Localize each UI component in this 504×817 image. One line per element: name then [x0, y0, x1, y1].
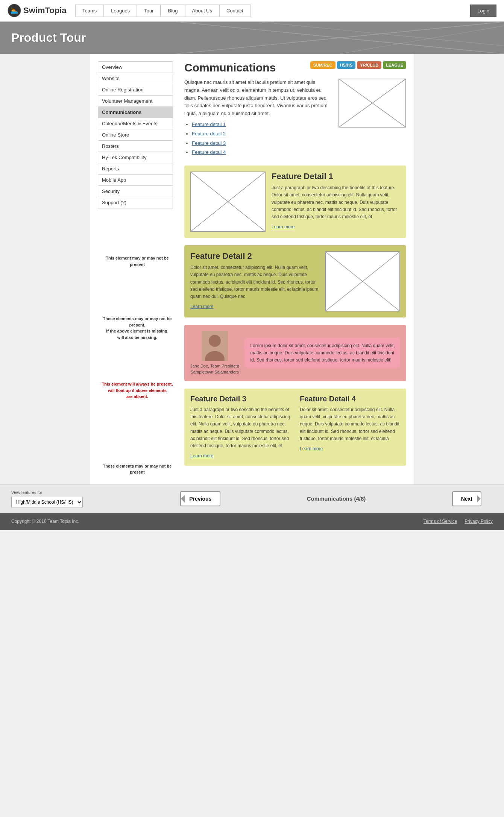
- page-indicator: Communications (4/8): [307, 495, 366, 502]
- sidebar-item-overview[interactable]: Overview: [98, 62, 173, 73]
- feature2-desc: Dolor sit amet, consectetur adipiscing e…: [190, 264, 319, 300]
- feature1-learn-more[interactable]: Learn more: [272, 224, 295, 229]
- sidebar-item-calendar[interactable]: Calendar/Meets & Events: [98, 118, 173, 129]
- svg-text:🏊: 🏊: [11, 7, 18, 14]
- nav-item-leagues[interactable]: Leagues: [104, 5, 137, 17]
- sidebar-note-1: This element may or may not be present: [98, 254, 177, 269]
- feature4-desc: Dolor sit amet, consectetur adipiscing e…: [300, 406, 400, 442]
- feature-two-col: Feature Detail 3 Just a paragraph or two…: [184, 389, 406, 466]
- nav-item-contact[interactable]: Contact: [219, 5, 250, 17]
- privacy-link[interactable]: Privacy Policy: [465, 519, 493, 524]
- sidebar-item-website[interactable]: Website: [98, 73, 173, 84]
- sidebar-item-communications[interactable]: Communications: [98, 107, 173, 118]
- feature-block-2: Feature Detail 2 Dolor sit amet, consect…: [184, 245, 406, 317]
- header: 🏊 SwimTopia Teams Leagues Tour Blog Abou…: [0, 0, 504, 22]
- feature1-text: Feature Detail 1 Just a paragraph or two…: [272, 172, 400, 231]
- badge-yrclub[interactable]: YR/CLUB: [357, 61, 381, 69]
- sidebar-note-3: This element will always be present,will…: [98, 380, 177, 401]
- feature2-learn-more[interactable]: Learn more: [190, 304, 213, 309]
- feature2-title: Feature Detail 2: [190, 251, 319, 261]
- sidebar-item-security[interactable]: Security: [98, 186, 173, 197]
- content-area: Communications SUM/REC HS/HS YR/CLUB LEA…: [184, 61, 406, 473]
- intro-placeholder-image: [339, 79, 406, 128]
- login-button[interactable]: Login: [470, 5, 496, 17]
- testimonial-avatar: [202, 331, 228, 361]
- view-features-label: View features for: [11, 490, 83, 495]
- nav-item-about[interactable]: About Us: [185, 5, 219, 17]
- sidebar-item-online-store[interactable]: Online Store: [98, 129, 173, 141]
- footer-nav-left: View features for High/Middle School (HS…: [11, 490, 83, 507]
- testimonial-name: Jane Doe, Team President Sampletown Sala…: [190, 363, 239, 375]
- intro-section: Quisque nec mauris sit amet elit iaculis…: [184, 79, 406, 158]
- feature3-desc: Just a paragraph or two describing the b…: [190, 406, 291, 450]
- testimonial-avatar-area: Jane Doe, Team President Sampletown Sala…: [190, 331, 239, 375]
- sidebar-note-2: These elements may or may not be present…: [98, 314, 177, 342]
- site-footer: Copyright © 2016 Team Topia Inc. Terms o…: [0, 513, 504, 530]
- page-title: Communications: [184, 61, 276, 74]
- feature4-learn-more[interactable]: Learn more: [300, 446, 323, 451]
- svg-point-16: [209, 335, 221, 347]
- feature1-desc: Just a paragraph or two describing the b…: [272, 184, 400, 220]
- sidebar-item-support[interactable]: Support (?): [98, 197, 173, 208]
- features-select[interactable]: High/Middle School (HS/HS) SUM/REC YR/CL…: [11, 497, 83, 507]
- testimonial-block: Jane Doe, Team President Sampletown Sala…: [184, 325, 406, 381]
- tag-badges: SUM/REC HS/HS YR/CLUB LEAGUE: [310, 61, 406, 69]
- nav-item-blog[interactable]: Blog: [161, 5, 185, 17]
- testimonial-quote: Lorem ipsum dolor sit amet, consectetur …: [245, 338, 400, 369]
- feature-link-3[interactable]: Feature detail 3: [192, 140, 226, 146]
- main-container: Overview Website Online Registration Vol…: [90, 54, 414, 484]
- feature-link-2[interactable]: Feature detail 2: [192, 131, 226, 137]
- feature-link-1[interactable]: Feature detail 1: [192, 121, 226, 127]
- badge-league[interactable]: LEAGUE: [383, 61, 406, 69]
- logo-area: 🏊 SwimTopia: [8, 4, 68, 17]
- badge-sumrec[interactable]: SUM/REC: [310, 61, 335, 69]
- logo-icon: 🏊: [8, 4, 21, 17]
- nav-bar: Teams Leagues Tour Blog About Us Contact…: [75, 5, 496, 17]
- previous-button[interactable]: Previous: [180, 491, 220, 506]
- feature1-title: Feature Detail 1: [272, 172, 400, 181]
- sidebar-wrapper: Overview Website Online Registration Vol…: [98, 61, 177, 477]
- nav-item-tour[interactable]: Tour: [137, 5, 161, 17]
- sidebar-note-4: These elements may or may not be present: [98, 462, 177, 477]
- badge-hshs[interactable]: HS/HS: [337, 61, 356, 69]
- nav-item-teams[interactable]: Teams: [75, 5, 104, 17]
- footer-nav: View features for High/Middle School (HS…: [0, 484, 504, 513]
- tour-banner-title: Product Tour: [11, 31, 493, 45]
- sidebar-item-volunteer-management[interactable]: Volunteer Management: [98, 96, 173, 107]
- feature3-learn-more[interactable]: Learn more: [190, 453, 213, 459]
- sidebar-item-hytek[interactable]: Hy-Tek Compatibility: [98, 152, 173, 163]
- page-title-row: Communications SUM/REC HS/HS YR/CLUB LEA…: [184, 61, 406, 74]
- sidebar-item-rosters[interactable]: Rosters: [98, 141, 173, 152]
- select-wrap: High/Middle School (HS/HS) SUM/REC YR/CL…: [11, 497, 83, 507]
- feature4-col: Feature Detail 4 Dolor sit amet, consect…: [300, 395, 400, 460]
- intro-text-block: Quisque nec mauris sit amet elit iaculis…: [184, 79, 332, 158]
- feature2-text: Feature Detail 2 Dolor sit amet, consect…: [190, 251, 319, 310]
- feature2-placeholder-image: [325, 251, 400, 311]
- feature-link-4[interactable]: Feature detail 4: [192, 149, 226, 155]
- feature3-title: Feature Detail 3: [190, 395, 291, 403]
- sidebar-item-mobile-app[interactable]: Mobile App: [98, 175, 173, 186]
- copyright: Copyright © 2016 Team Topia Inc.: [11, 519, 79, 524]
- logo-text: SwimTopia: [23, 6, 67, 15]
- feature-block-1: Feature Detail 1 Just a paragraph or two…: [184, 166, 406, 238]
- feature1-placeholder-image: [190, 172, 266, 232]
- feature3-col: Feature Detail 3 Just a paragraph or two…: [190, 395, 291, 460]
- next-button[interactable]: Next: [452, 491, 481, 506]
- sidebar-item-online-registration[interactable]: Online Registration: [98, 84, 173, 96]
- footer-links: Terms of Service Privacy Policy: [424, 519, 493, 524]
- intro-paragraph: Quisque nec mauris sit amet elit iaculis…: [184, 79, 332, 118]
- feature4-title: Feature Detail 4: [300, 395, 400, 403]
- sidebar: Overview Website Online Registration Vol…: [98, 61, 173, 208]
- tour-banner: Product Tour: [0, 22, 504, 54]
- feature-links-list: Feature detail 1 Feature detail 2 Featur…: [192, 121, 332, 156]
- terms-link[interactable]: Terms of Service: [424, 519, 457, 524]
- sidebar-item-reports[interactable]: Reports: [98, 163, 173, 175]
